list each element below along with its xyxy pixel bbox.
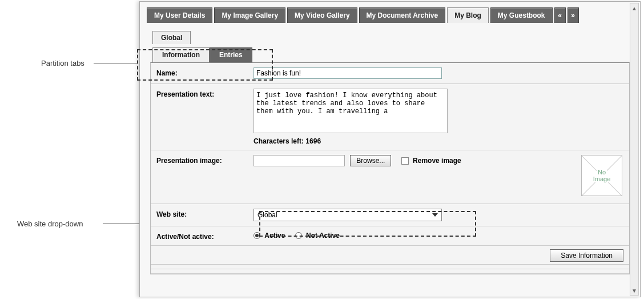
remove-image-checkbox[interactable] <box>401 157 409 165</box>
label-active: Active/Not active: <box>156 231 253 241</box>
tabs-next-button[interactable]: » <box>567 7 579 23</box>
highlight-box-partition-tabs <box>137 49 273 81</box>
annotation-website-dropdown: Web site drop-down <box>17 220 83 228</box>
tab-my-user-details[interactable]: My User Details <box>147 7 212 23</box>
no-image-placeholder: No Image <box>581 155 622 196</box>
file-path-input[interactable] <box>253 155 345 166</box>
tab-my-blog[interactable]: My Blog <box>447 7 489 23</box>
remove-image-label: Remove image <box>413 157 461 165</box>
presentation-text-input[interactable] <box>253 89 448 133</box>
label-presentation-text: Presentation text: <box>156 89 253 98</box>
annotation-line <box>94 63 137 63</box>
row-save: Save Information <box>151 246 629 265</box>
scrollbar[interactable]: ▲ ▼ <box>630 3 639 296</box>
spacer-row <box>151 265 629 269</box>
row-presentation-image: Presentation image: Browse... Remove ima… <box>151 150 629 204</box>
tab-my-image-gallery[interactable]: My Image Gallery <box>214 7 285 23</box>
form-area: Name: Presentation text: Characters left… <box>150 62 630 274</box>
label-website: Web site: <box>156 209 253 218</box>
characters-left: Characters left: 1696 <box>253 137 623 145</box>
row-presentation-text: Presentation text: Characters left: 1696 <box>151 84 629 150</box>
save-information-button[interactable]: Save Information <box>550 249 623 262</box>
panel: ▲ ▼ My User Details My Image Gallery My … <box>139 1 641 297</box>
partition-tabs-row: Global <box>152 31 633 44</box>
label-presentation-image: Presentation image: <box>156 155 253 165</box>
scroll-down-icon[interactable]: ▼ <box>630 286 638 295</box>
spacer-row <box>151 269 629 274</box>
browse-button[interactable]: Browse... <box>350 155 391 166</box>
partition-tab-global[interactable]: Global <box>152 31 191 44</box>
tab-my-video-gallery[interactable]: My Video Gallery <box>287 7 357 23</box>
tabs-prev-button[interactable]: « <box>554 7 566 23</box>
main-tabs: My User Details My Image Gallery My Vide… <box>147 7 633 23</box>
highlight-box-website-dropdown <box>259 211 476 237</box>
tab-my-document-archive[interactable]: My Document Archive <box>359 7 446 23</box>
name-input[interactable] <box>253 67 442 79</box>
annotation-partition-tabs: Partition tabs <box>41 59 84 67</box>
tab-my-guestbook[interactable]: My Guestbook <box>490 7 553 23</box>
